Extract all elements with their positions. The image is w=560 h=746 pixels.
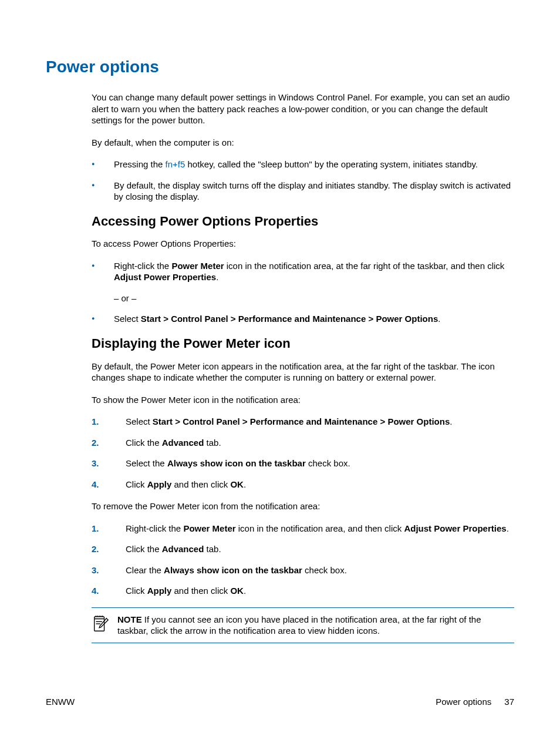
section1-bullet-2: Select Start > Control Panel > Performan… bbox=[92, 313, 514, 325]
bold-text: Advanced bbox=[162, 438, 204, 448]
section2-intro: By default, the Power Meter icon appears… bbox=[92, 361, 514, 384]
remove-step-3: Clear the Always show icon on the taskba… bbox=[92, 564, 514, 576]
text: tab. bbox=[204, 544, 221, 554]
note-label: NOTE bbox=[117, 614, 142, 624]
text: Click bbox=[126, 586, 147, 596]
bold-text: Adjust Power Properties bbox=[404, 523, 506, 533]
bold-text: Advanced bbox=[162, 544, 204, 554]
text: Pressing the bbox=[114, 159, 166, 169]
note-icon bbox=[92, 615, 109, 633]
section1-bullets: Right-click the Power Meter icon in the … bbox=[92, 260, 514, 283]
show-step-3: Select the Always show icon on the taskb… bbox=[92, 458, 514, 469]
text: . bbox=[244, 586, 246, 596]
intro-paragraph-1: You can change many default power settin… bbox=[92, 92, 514, 126]
text: Select bbox=[114, 314, 141, 324]
text: hotkey, called the "sleep button" by the… bbox=[185, 159, 478, 169]
note-box: NOTE If you cannot see an icon you have … bbox=[92, 607, 514, 643]
bold-text: Always show icon on the taskbar bbox=[164, 565, 302, 575]
show-steps-list: Select Start > Control Panel > Performan… bbox=[92, 416, 514, 490]
note-body: If you cannot see an icon you have place… bbox=[117, 614, 481, 636]
text: icon in the notification area, at the fa… bbox=[224, 261, 505, 271]
intro-bullet-2: By default, the display switch turns off… bbox=[92, 180, 514, 203]
section1-bullet-1: Right-click the Power Meter icon in the … bbox=[92, 260, 514, 283]
intro-bullet-list: Pressing the fn+f5 hotkey, called the "s… bbox=[92, 159, 514, 203]
text: Right-click the bbox=[114, 261, 171, 271]
bold-text: Start > Control Panel > Performance and … bbox=[141, 314, 438, 324]
hotkey-link: fn+f5 bbox=[166, 159, 185, 169]
text: . bbox=[216, 272, 218, 282]
bold-text: Power Meter bbox=[183, 523, 235, 533]
bold-text: OK bbox=[230, 479, 244, 489]
page-number: 37 bbox=[504, 696, 514, 708]
text: Right-click the bbox=[126, 523, 183, 533]
bold-text: Always show icon on the taskbar bbox=[167, 458, 306, 468]
text: check box. bbox=[302, 565, 347, 575]
text: Select the bbox=[126, 458, 167, 468]
text: Click bbox=[126, 479, 147, 489]
text: . bbox=[438, 314, 440, 324]
section-heading-displaying: Displaying the Power Meter icon bbox=[92, 335, 514, 352]
body-content: You can change many default power settin… bbox=[92, 92, 514, 643]
bold-text: OK bbox=[230, 586, 244, 596]
bold-text: Start > Control Panel > Performance and … bbox=[153, 416, 450, 426]
bold-text: Adjust Power Properties bbox=[114, 272, 216, 282]
text: tab. bbox=[204, 438, 221, 448]
bold-text: Power Meter bbox=[171, 261, 224, 271]
remove-step-1: Right-click the Power Meter icon in the … bbox=[92, 523, 514, 535]
text: and then click bbox=[171, 586, 230, 596]
bold-text: Apply bbox=[147, 479, 172, 489]
footer-section-label: Power options bbox=[436, 696, 491, 708]
section2-remove-intro: To remove the Power Meter icon from the … bbox=[92, 500, 514, 512]
bold-text: Apply bbox=[147, 586, 172, 596]
page-content: Power options You can change many defaul… bbox=[0, 0, 560, 643]
text: Select bbox=[126, 416, 153, 426]
remove-steps-list: Right-click the Power Meter icon in the … bbox=[92, 523, 514, 597]
page-footer: ENWW Power options 37 bbox=[46, 696, 514, 708]
text: Click the bbox=[126, 544, 162, 554]
main-heading: Power options bbox=[46, 56, 514, 78]
section1-bullets-2: Select Start > Control Panel > Performan… bbox=[92, 313, 514, 325]
footer-right: Power options 37 bbox=[436, 696, 514, 708]
show-step-2: Click the Advanced tab. bbox=[92, 437, 514, 449]
text: . bbox=[507, 523, 509, 533]
text: icon in the notification area, and then … bbox=[236, 523, 404, 533]
text: . bbox=[244, 479, 246, 489]
text: and then click bbox=[171, 479, 230, 489]
intro-bullet-1: Pressing the fn+f5 hotkey, called the "s… bbox=[92, 159, 514, 170]
remove-step-4: Click Apply and then click OK. bbox=[92, 585, 514, 597]
show-step-4: Click Apply and then click OK. bbox=[92, 479, 514, 490]
remove-step-2: Click the Advanced tab. bbox=[92, 543, 514, 555]
section-heading-accessing: Accessing Power Options Properties bbox=[92, 213, 514, 230]
show-step-1: Select Start > Control Panel > Performan… bbox=[92, 416, 514, 428]
text: Clear the bbox=[126, 565, 164, 575]
text: check box. bbox=[306, 458, 350, 468]
text: . bbox=[450, 416, 452, 426]
section2-show-intro: To show the Power Meter icon in the noti… bbox=[92, 394, 514, 406]
section1-intro: To access Power Options Properties: bbox=[92, 238, 514, 250]
text: Click the bbox=[126, 438, 162, 448]
or-separator: – or – bbox=[114, 293, 514, 304]
intro-paragraph-2: By default, when the computer is on: bbox=[92, 137, 514, 149]
footer-left: ENWW bbox=[46, 696, 75, 708]
note-content: NOTE If you cannot see an icon you have … bbox=[117, 614, 514, 637]
